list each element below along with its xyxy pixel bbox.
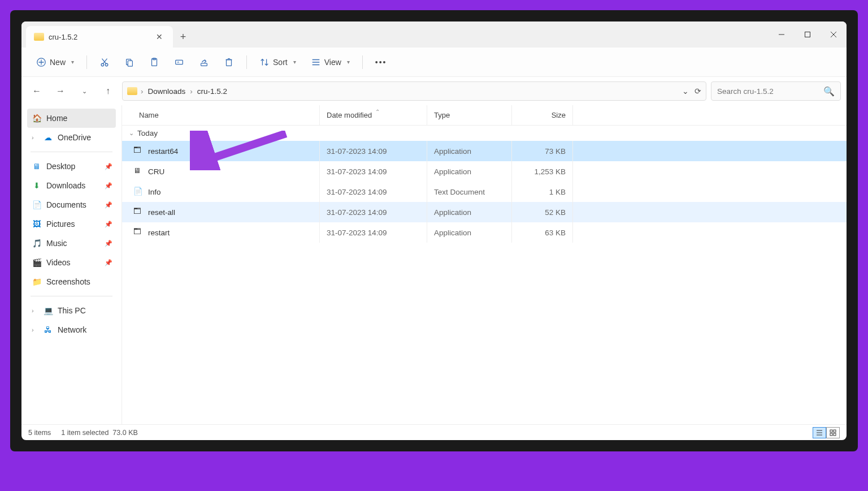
- svg-text:A: A: [177, 60, 179, 63]
- file-icon: 📄: [133, 187, 144, 197]
- tab-close-icon[interactable]: ✕: [154, 30, 165, 44]
- cut-button[interactable]: [94, 53, 115, 72]
- column-type[interactable]: Type: [427, 105, 512, 125]
- search-icon[interactable]: 🔍: [823, 86, 835, 97]
- desktop-icon: 🖥: [32, 161, 42, 171]
- file-date: 31-07-2023 14:09: [320, 141, 427, 161]
- videos-icon: 🎬: [32, 257, 42, 268]
- breadcrumb-item[interactable]: Downloads: [146, 86, 188, 97]
- file-date: 31-07-2023 14:09: [320, 202, 427, 222]
- sidebar-item-documents[interactable]: 📄 Documents 📌: [27, 195, 116, 214]
- file-row[interactable]: 🗔reset-all31-07-2023 14:09Application52 …: [122, 202, 847, 222]
- pin-icon: 📌: [105, 182, 111, 189]
- file-size: 73 KB: [512, 141, 573, 161]
- search-box[interactable]: 🔍: [711, 81, 841, 101]
- sidebar-item-videos[interactable]: 🎬 Videos 📌: [27, 253, 116, 272]
- status-items: 5 items: [28, 429, 51, 437]
- sidebar-item-home[interactable]: 🏠 Home: [27, 109, 116, 128]
- breadcrumb[interactable]: › Downloads › cru-1.5.2 ⌄ ⟳: [122, 81, 706, 101]
- file-row[interactable]: 📄Info31-07-2023 14:09Text Document1 KB: [122, 182, 847, 202]
- file-icon: 🗔: [133, 207, 144, 217]
- file-row[interactable]: 🗔restart6431-07-2023 14:09Application73 …: [122, 141, 847, 161]
- paste-button[interactable]: [144, 53, 165, 72]
- column-size[interactable]: Size: [512, 105, 573, 125]
- sidebar-item-network[interactable]: › 🖧 Network: [27, 320, 116, 339]
- breadcrumb-item[interactable]: cru-1.5.2: [195, 86, 229, 97]
- group-header[interactable]: ⌄ Today: [122, 126, 847, 141]
- sort-button[interactable]: Sort▾: [254, 53, 302, 72]
- column-headers: Name Date modified⌃ Type Size: [122, 105, 847, 126]
- svg-point-7: [101, 63, 104, 66]
- tab-current[interactable]: cru-1.5.2 ✕: [26, 26, 173, 48]
- titlebar: cru-1.5.2 ✕ +: [21, 21, 847, 48]
- file-date: 31-07-2023 14:09: [320, 182, 427, 202]
- file-name: Info: [148, 188, 161, 196]
- sidebar-item-thispc[interactable]: › 💻 This PC: [27, 301, 116, 320]
- file-name: reset-all: [148, 208, 175, 217]
- file-type: Application: [427, 161, 512, 182]
- music-icon: 🎵: [32, 238, 42, 248]
- view-details-button[interactable]: [813, 427, 826, 438]
- view-icons-button[interactable]: [826, 427, 840, 438]
- new-tab-button[interactable]: +: [173, 26, 193, 48]
- svg-point-8: [105, 63, 108, 66]
- pin-icon: 📌: [105, 240, 111, 247]
- file-row[interactable]: 🗔restart31-07-2023 14:09Application63 KB: [122, 222, 847, 243]
- copy-button[interactable]: [119, 53, 140, 72]
- file-date: 31-07-2023 14:09: [320, 161, 427, 182]
- back-button[interactable]: ←: [27, 81, 46, 101]
- file-type: Application: [427, 202, 512, 222]
- sidebar-item-desktop[interactable]: 🖥 Desktop 📌: [27, 157, 116, 176]
- svg-rect-31: [834, 430, 836, 432]
- close-button[interactable]: [821, 21, 847, 48]
- file-size: 1,253 KB: [512, 161, 573, 182]
- column-date[interactable]: Date modified⌃: [320, 105, 427, 125]
- share-button[interactable]: [193, 53, 215, 72]
- svg-rect-12: [128, 61, 132, 66]
- recent-button[interactable]: ⌄: [75, 81, 94, 101]
- file-list-area: Name Date modified⌃ Type Size ⌄ Today 🗔r…: [122, 105, 847, 424]
- pictures-icon: 🖼: [32, 219, 42, 229]
- file-type: Text Document: [427, 182, 512, 202]
- chevron-down-icon[interactable]: ⌄: [682, 87, 689, 96]
- file-row[interactable]: 🖥CRU31-07-2023 14:09Application1,253 KB: [122, 161, 847, 182]
- svg-rect-30: [830, 430, 832, 432]
- column-name[interactable]: Name: [122, 105, 320, 125]
- rename-button[interactable]: A: [168, 53, 190, 72]
- up-button[interactable]: ↑: [98, 81, 118, 101]
- pin-icon: 📌: [105, 221, 111, 228]
- pin-icon: 📌: [105, 201, 111, 209]
- chevron-right-icon: ›: [32, 134, 38, 141]
- chevron-right-icon: ›: [32, 326, 38, 333]
- chevron-down-icon: ▾: [347, 59, 350, 65]
- minimize-button[interactable]: [769, 21, 795, 48]
- file-size: 1 KB: [512, 182, 573, 202]
- pc-icon: 💻: [43, 305, 53, 316]
- sidebar-item-music[interactable]: 🎵 Music 📌: [27, 234, 116, 253]
- delete-button[interactable]: [218, 53, 240, 72]
- refresh-icon[interactable]: ⟳: [695, 87, 701, 96]
- new-button[interactable]: New▾: [31, 53, 80, 72]
- file-icon: 🗔: [133, 227, 144, 238]
- document-icon: 📄: [32, 200, 42, 210]
- cloud-icon: ☁: [43, 132, 53, 143]
- sidebar-item-pictures[interactable]: 🖼 Pictures 📌: [27, 214, 116, 234]
- maximize-button[interactable]: [795, 21, 821, 48]
- folder-icon: [34, 33, 44, 41]
- file-name: restart: [148, 229, 170, 237]
- pin-icon: 📌: [105, 259, 111, 266]
- chevron-down-icon: ▾: [293, 59, 296, 65]
- home-icon: 🏠: [32, 113, 42, 123]
- more-button[interactable]: •••: [370, 53, 393, 72]
- download-icon: ⬇: [32, 180, 42, 191]
- sidebar-item-onedrive[interactable]: › ☁ OneDrive: [27, 128, 116, 147]
- file-type: Application: [427, 222, 512, 243]
- status-selected: 1 item selected 73.0 KB: [61, 429, 138, 437]
- forward-button[interactable]: →: [51, 81, 70, 101]
- file-date: 31-07-2023 14:09: [320, 222, 427, 243]
- search-input[interactable]: [717, 87, 823, 96]
- sidebar-item-downloads[interactable]: ⬇ Downloads 📌: [27, 176, 116, 195]
- file-icon: 🖥: [133, 166, 144, 176]
- view-button[interactable]: View▾: [305, 53, 355, 72]
- sidebar-item-screenshots[interactable]: 📁 Screenshots: [27, 272, 116, 291]
